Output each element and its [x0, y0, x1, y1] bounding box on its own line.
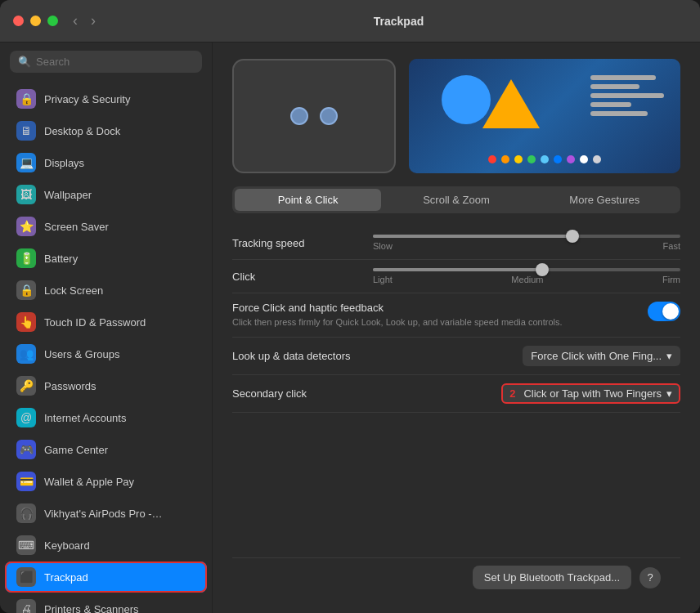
sidebar-item-wallpaper[interactable]: 🖼Wallpaper [5, 179, 207, 210]
click-slider-container: Light Medium Firm [373, 268, 680, 284]
color-dot-8 [593, 155, 601, 163]
sidebar-icon-desktop-dock: 🖥 [16, 121, 36, 141]
tab-more-gestures[interactable]: More Gestures [532, 189, 678, 211]
force-click-toggle[interactable] [648, 302, 680, 321]
sidebar-label-lock-screen: Lock Screen [44, 284, 103, 297]
sidebar-item-game-center[interactable]: 🎮Game Center [5, 434, 207, 465]
tab-point-click[interactable]: Point & Click [235, 189, 381, 211]
maximize-button[interactable] [47, 16, 58, 26]
forward-arrow[interactable]: › [86, 11, 101, 31]
force-click-text: Force Click and haptic feedback Click th… [232, 302, 638, 329]
tracking-speed-row: Tracking speed Slow Fast [232, 226, 680, 260]
sidebar-item-touch-id[interactable]: 👆Touch ID & Password [5, 306, 207, 338]
color-dot-0 [488, 155, 496, 163]
light-label: Light [373, 275, 393, 284]
lookup-dropdown[interactable]: Force Click with One Fing... ▾ [523, 346, 680, 366]
sidebar-item-desktop-dock[interactable]: 🖥Desktop & Dock [5, 115, 207, 146]
force-click-row: Force Click and haptic feedback Click th… [232, 293, 680, 338]
medium-label: Medium [511, 275, 543, 284]
close-button[interactable] [13, 16, 24, 26]
sidebar-list: 🔒Privacy & Security🖥Desktop & Dock💻Displ… [0, 79, 212, 613]
firm-label: Firm [662, 275, 680, 284]
sidebar-icon-internet-accounts: @ [16, 408, 36, 427]
sidebar-item-airpods[interactable]: 🎧Vikhyat's AirPods Pro -… [5, 498, 207, 529]
secondary-click-label: Secondary click [232, 387, 363, 400]
sidebar-label-wallet-apple-pay: Wallet & Apple Pay [44, 476, 134, 488]
sidebar-label-wallpaper: Wallpaper [44, 189, 92, 201]
sidebar-item-lock-screen[interactable]: 🔒Lock Screen [5, 275, 207, 306]
video-inner [409, 59, 680, 173]
sidebar-item-internet-accounts[interactable]: @Internet Accounts [5, 402, 207, 433]
video-line-5 [590, 111, 648, 116]
sidebar-icon-printers-scanners: 🖨 [16, 599, 36, 613]
back-arrow[interactable]: ‹ [68, 11, 83, 31]
color-dots-row [488, 155, 601, 163]
tracking-speed-slider-container: Slow Fast [373, 235, 680, 251]
step-number-2: 2 [509, 387, 515, 400]
tracking-speed-fill [373, 235, 572, 238]
sidebar-item-passwords[interactable]: 🔑Passwords [5, 370, 207, 401]
tracking-speed-thumb[interactable] [566, 230, 579, 243]
click-labels: Light Medium Firm [373, 275, 680, 284]
sidebar-item-printers-scanners[interactable]: 🖨Printers & Scanners [5, 593, 207, 613]
sidebar-icon-passwords: 🔑 [16, 376, 36, 396]
trackpad-dots [290, 107, 338, 125]
title-bar: ‹ › Trackpad [0, 0, 700, 43]
color-dot-3 [527, 155, 536, 163]
click-thumb[interactable] [536, 263, 549, 276]
sidebar-icon-displays: 💻 [16, 153, 36, 172]
lookup-chevron: ▾ [666, 350, 672, 362]
sidebar-label-printers-scanners: Printers & Scanners [44, 603, 139, 614]
nav-arrows: ‹ › [68, 11, 101, 31]
setup-bluetooth-button[interactable]: Set Up Bluetooth Trackpad... [473, 566, 631, 589]
click-fill [373, 268, 542, 271]
trackpad-dot-right [320, 107, 338, 125]
video-lines [590, 75, 664, 116]
sidebar-item-privacy-security[interactable]: 🔒Privacy & Security [5, 83, 207, 114]
click-row: Click Light Medium Firm [232, 260, 680, 293]
sidebar-label-passwords: Passwords [44, 380, 96, 392]
sidebar-item-users-groups[interactable]: 👥Users & Groups [5, 338, 207, 369]
sidebar-item-trackpad[interactable]: ⬛Trackpad [5, 562, 207, 593]
click-slider-track[interactable] [373, 268, 680, 271]
settings-area: Tracking speed Slow Fast Click [232, 226, 680, 557]
tab-scroll-zoom[interactable]: Scroll & Zoom [383, 189, 529, 211]
search-box[interactable]: 🔍 [10, 51, 202, 73]
traffic-lights [13, 16, 58, 26]
sidebar-icon-keyboard: ⌨ [16, 535, 36, 555]
sidebar-item-battery[interactable]: 🔋Battery [5, 243, 207, 274]
minimize-button[interactable] [30, 16, 41, 26]
sidebar-item-keyboard[interactable]: ⌨Keyboard [5, 530, 207, 561]
help-button[interactable]: ? [639, 567, 661, 588]
video-line-4 [590, 102, 631, 107]
search-input[interactable] [36, 56, 194, 68]
slow-label: Slow [373, 241, 393, 251]
color-dot-6 [567, 155, 575, 163]
secondary-click-dropdown[interactable]: 2 Click or Tap with Two Fingers ▾ [501, 383, 680, 404]
tracking-speed-label: Tracking speed [232, 237, 363, 249]
sidebar-label-displays: Displays [44, 157, 84, 169]
sidebar-icon-airpods: 🎧 [16, 503, 36, 523]
preview-row [232, 59, 680, 173]
sidebar-item-wallet-apple-pay[interactable]: 💳Wallet & Apple Pay [5, 466, 207, 497]
secondary-click-chevron: ▾ [666, 387, 672, 400]
lookup-label: Look up & data detectors [232, 350, 363, 362]
sidebar-label-screen-saver: Screen Saver [44, 221, 109, 233]
color-dot-7 [580, 155, 588, 163]
sidebar-icon-wallpaper: 🖼 [16, 185, 36, 204]
force-click-subtitle: Click then press firmly for Quick Look, … [232, 316, 638, 329]
tracking-speed-slider-track[interactable] [373, 235, 680, 238]
video-preview [409, 59, 680, 173]
video-line-3 [590, 93, 664, 98]
color-dot-5 [554, 155, 562, 163]
sidebar-label-touch-id: Touch ID & Password [44, 316, 146, 329]
sidebar-label-privacy-security: Privacy & Security [44, 93, 130, 105]
sidebar-item-displays[interactable]: 💻Displays [5, 147, 207, 178]
search-icon: 🔍 [18, 56, 31, 68]
sidebar-icon-screen-saver: ⭐ [16, 217, 36, 236]
lookup-value: Force Click with One Fing... [531, 350, 662, 362]
video-triangle-shape [482, 79, 540, 128]
sidebar: 🔍 🔒Privacy & Security🖥Desktop & Dock💻Dis… [0, 43, 213, 613]
sidebar-icon-game-center: 🎮 [16, 440, 36, 459]
sidebar-item-screen-saver[interactable]: ⭐Screen Saver [5, 211, 207, 242]
